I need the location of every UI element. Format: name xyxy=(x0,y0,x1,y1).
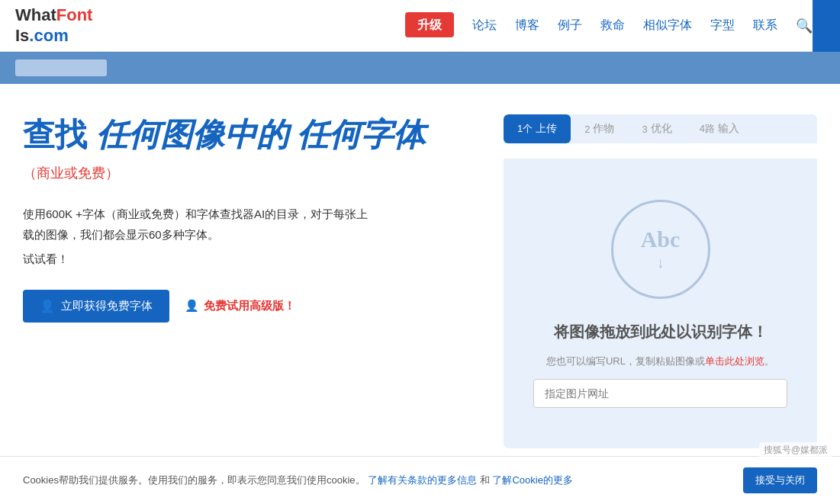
step-2-label: 作物 xyxy=(593,122,614,136)
logo-is: Is xyxy=(15,26,29,45)
url-input[interactable] xyxy=(533,379,788,408)
or-text-after: 。 xyxy=(764,355,774,367)
btn-trial-label: 免费试用高级版！ xyxy=(204,299,295,313)
abc-arrow-icon: ↓ xyxy=(656,254,664,271)
free-trial-button[interactable]: 👤 免费试用高级版！ xyxy=(185,299,295,313)
step-2[interactable]: 2 作物 xyxy=(571,114,628,143)
upload-steps: 1个 上传 2 作物 3 优化 4路 输入 xyxy=(504,114,817,143)
cookie-banner: Cookies帮助我们提供服务。使用我们的服务，即表示您同意我们使用cookie… xyxy=(0,456,840,464)
watermark: 搜狐号@媒都派 xyxy=(759,442,832,458)
title-part1: 查找 xyxy=(23,117,87,152)
step-4-label: 输入 xyxy=(718,122,739,136)
drop-text: 将图像拖放到此处以识别字体！ xyxy=(554,322,768,342)
title-italic2: 任何字体 xyxy=(288,117,426,152)
try-text: 试试看！ xyxy=(23,252,481,267)
nav-blue-accent xyxy=(813,0,840,52)
buttons-row: 👤 立即获得免费字体 👤 免费试用高级版！ xyxy=(23,290,481,323)
step-1-num: 1个 xyxy=(517,122,533,136)
nav-forum-link[interactable]: 论坛 xyxy=(472,18,497,31)
description: 使用600K +字体（商业或免费）和字体查找器AI的目录，对于每张上 载的图像，… xyxy=(23,204,481,245)
btn-free-label: 立即获得免费字体 xyxy=(61,299,153,313)
step-3-label: 优化 xyxy=(651,122,672,136)
main-title: 查找 任何图像中的 任何字体 xyxy=(23,114,481,156)
step-2-num: 2 xyxy=(584,124,590,135)
abc-icon: Abc ↓ xyxy=(641,226,681,271)
or-instructions: 您也可以编写URL，复制粘贴图像或单击此处浏览。 xyxy=(546,355,774,368)
search-icon[interactable]: 🔍 xyxy=(796,18,813,34)
nav-help-link[interactable]: 救命 xyxy=(600,18,625,31)
desc-line2: 载的图像，我们都会显示60多种字体。 xyxy=(23,228,219,241)
banner-inner xyxy=(15,59,107,76)
logo[interactable]: WhatFont Is.com xyxy=(15,5,92,46)
site-header: WhatFont Is.com 升级 论坛 博客 例子 救命 相似字体 字型 联… xyxy=(0,0,840,52)
red-person-icon: 👤 xyxy=(185,299,199,313)
step-3-num: 3 xyxy=(642,124,647,135)
person-icon: 👤 xyxy=(40,299,55,313)
logo-com: .com xyxy=(29,26,68,45)
step-3[interactable]: 3 优化 xyxy=(628,114,685,143)
or-text-before: 您也可以编写URL，复制粘贴图像或 xyxy=(546,355,705,367)
step-1-label: 上传 xyxy=(536,122,557,136)
nav-font-link[interactable]: 字型 xyxy=(710,18,735,31)
title-italic1: 任何图像中的 xyxy=(87,117,288,152)
step-1[interactable]: 1个 上传 xyxy=(504,114,571,143)
step-4[interactable]: 4路 输入 xyxy=(686,114,753,143)
step-4-num: 4路 xyxy=(700,122,715,136)
nav-similar-link[interactable]: 相似字体 xyxy=(643,18,692,31)
upload-icon-circle: Abc ↓ xyxy=(611,200,710,299)
logo-what: What xyxy=(15,5,56,24)
nav-examples-link[interactable]: 例子 xyxy=(558,18,582,31)
main-nav: 升级 论坛 博客 例子 救命 相似字体 字型 联系 🔍 xyxy=(405,18,813,34)
browse-link[interactable]: 单击此处浏览 xyxy=(705,355,764,367)
right-section: 1个 上传 2 作物 3 优化 4路 输入 Abc ↓ xyxy=(504,114,817,448)
get-free-fonts-button[interactable]: 👤 立即获得免费字体 xyxy=(23,290,169,323)
desc-line1: 使用600K +字体（商业或免费）和字体查找器AI的目录，对于每张上 xyxy=(23,207,368,220)
nav-blog-link[interactable]: 博客 xyxy=(515,18,539,31)
main-content: 查找 任何图像中的 任何字体 （商业或免费） 使用600K +字体（商业或免费）… xyxy=(0,84,840,464)
nav-contact-link[interactable]: 联系 xyxy=(753,18,777,31)
nav-upgrade-button[interactable]: 升级 xyxy=(405,12,454,37)
logo-font: Font xyxy=(56,5,93,24)
upload-area[interactable]: Abc ↓ 将图像拖放到此处以识别字体！ 您也可以编写URL，复制粘贴图像或单击… xyxy=(504,159,817,448)
subtitle: （商业或免费） xyxy=(23,164,481,182)
left-section: 查找 任何图像中的 任何字体 （商业或免费） 使用600K +字体（商业或免费）… xyxy=(23,114,481,448)
abc-text: Abc xyxy=(641,226,681,252)
blue-banner xyxy=(0,52,840,84)
